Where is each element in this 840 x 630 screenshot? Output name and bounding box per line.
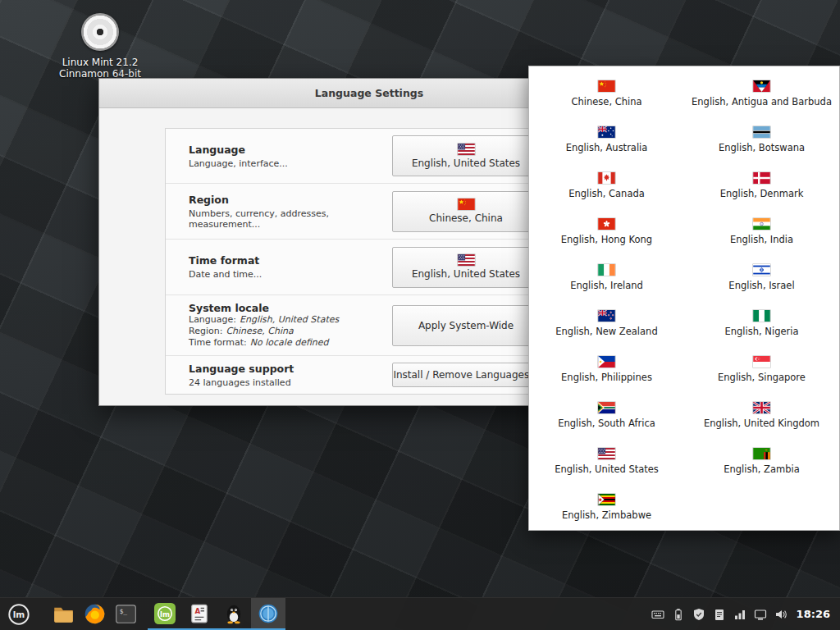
language-option-english-denmark[interactable]: English, Denmark [684,162,839,208]
language-option-english-israel[interactable]: English, Israel [684,254,839,300]
language-option-chinese-china[interactable]: Chinese, China [529,71,684,116]
language-option-label: English, Australia [566,142,648,153]
button-label: Apply System-Wide [418,320,514,331]
language-option-english-zimbabwe[interactable]: English, Zimbabwe [529,484,684,530]
files-launcher[interactable] [48,598,79,630]
language-option-english-philippines[interactable]: English, Philippines [529,346,684,392]
network-icon[interactable] [733,608,746,621]
flag-gb-icon [753,402,770,413]
clipboard-icon[interactable] [713,608,726,621]
desktop-background: Linux Mint 21.2 Cinnamon 64-bit Language… [0,0,840,630]
locale-detail-line: Language:English, United States [189,314,392,326]
row-title: Language support [189,363,392,375]
language-doc-window-button[interactable]: A [182,598,217,630]
flag-ag-icon [753,80,770,92]
flag-us-icon [598,448,615,459]
button-label: English, United States [412,158,520,169]
region-button[interactable]: Chinese, China [392,191,540,232]
button-label: English, United States [412,268,520,280]
language-option-english-united-kingdom[interactable]: English, United Kingdom [684,392,839,438]
settings-row-language: LanguageLanguage, interface...English, U… [166,129,551,184]
language-option-label: English, Antigua and Barbuda [692,96,832,107]
window-title: Language Settings [315,87,423,99]
svg-text:lm: lm [13,609,25,619]
terminal-icon: $_ [115,603,137,625]
desktop-icon-label-line1: Linux Mint 21.2 [51,57,149,68]
flag-ng-icon [753,310,770,322]
language-option-english-hong-kong[interactable]: English, Hong Kong [529,208,684,254]
language-option-english-botswana[interactable]: English, Botswana [684,116,839,162]
flag-zw-icon [598,494,615,505]
language-option-label: English, Denmark [720,188,804,199]
shield-icon[interactable] [692,608,705,621]
row-description: 24 languages installed [189,377,392,388]
language-option-english-singapore[interactable]: English, Singapore [684,346,839,392]
firefox-icon [84,603,106,625]
row-title: Language [189,144,392,156]
mint-menu-button[interactable]: lm [0,598,38,630]
row-text: Time formatDate and time... [189,254,392,280]
keyboard-icon[interactable] [651,608,664,621]
flag-il-icon [753,264,770,276]
flag-ph-icon [598,356,615,368]
flag-ie-icon [598,264,615,276]
folder-icon [52,603,75,625]
language-option-english-south-africa[interactable]: English, South Africa [529,392,684,438]
language-option-english-united-states[interactable]: English, United States [529,438,684,484]
row-title: Time format [189,254,392,267]
flag-in-icon [753,218,770,230]
row-text: System localeLanguage:English, United St… [189,302,392,349]
language-option-label: English, United Kingdom [704,418,819,429]
language-option-english-antigua-and-barbuda[interactable]: English, Antigua and Barbuda [684,71,839,116]
detail-value: Chinese, China [226,326,293,336]
flag-cn-icon [458,199,475,210]
tux-app-window-button[interactable] [217,598,251,630]
language-option-english-australia[interactable]: English, Australia [529,116,684,162]
system-locale-button[interactable]: Apply System-Wide [392,305,540,346]
locale-detail-line: Region:Chinese, China [189,326,392,337]
settings-row-language-support: Language support24 languages installedIn… [166,356,551,394]
detail-label: Time format: [189,337,247,348]
language-option-english-canada[interactable]: English, Canada [529,162,684,208]
language-option-label: English, Zambia [724,463,800,475]
settings-row-system-locale: System localeLanguage:English, United St… [166,295,551,356]
firefox-launcher[interactable] [79,598,110,630]
language-menu-grid: Chinese, ChinaEnglish, Antigua and Barbu… [529,66,839,530]
language-option-label: English, Israel [728,280,794,291]
flag-au-icon [598,126,615,138]
language-option-english-new-zealand[interactable]: English, New Zealand [529,300,684,346]
language-option-label: English, Ireland [570,280,643,291]
mint-install-window-button[interactable]: lm [148,598,182,630]
taskbar-clock[interactable]: 18:26 [797,598,830,630]
row-description: Language, interface... [189,158,392,169]
language-select-popup: Chinese, ChinaEnglish, Antigua and Barbu… [528,66,840,531]
language-option-label: English, Philippines [561,372,652,383]
software-app-window-button[interactable] [251,598,285,630]
time-format-button[interactable]: English, United States [392,247,540,288]
terminal-launcher[interactable]: $_ [110,598,141,630]
flag-cn-icon [598,80,615,92]
taskbar: lm $_ lmA 18:26 [0,597,840,630]
battery-icon[interactable] [672,608,685,621]
detail-value: English, United States [240,314,339,325]
language-option-english-ireland[interactable]: English, Ireland [529,254,684,300]
detail-label: Language: [189,314,236,325]
language-option-english-zambia[interactable]: English, Zambia [684,438,839,484]
flag-sg-icon [753,356,770,368]
svg-text:A: A [195,607,201,615]
language-support-button[interactable]: Install / Remove Languages... [392,363,540,387]
desktop-icon-linux-mint-iso[interactable]: Linux Mint 21.2 Cinnamon 64-bit [51,13,149,80]
language-button[interactable]: English, United States [392,135,540,176]
language-option-english-nigeria[interactable]: English, Nigeria [684,300,839,346]
row-title: Region [189,194,392,206]
settings-row-time-format: Time formatDate and time...English, Unit… [166,240,551,295]
disc-icon [81,13,119,51]
flag-bw-icon [753,126,770,138]
volume-icon[interactable] [774,608,788,621]
flag-za-icon [598,402,615,413]
flag-nz-icon [598,310,615,322]
language-option-label: English, Zimbabwe [562,509,651,521]
language-option-english-india[interactable]: English, India [684,208,839,254]
display-icon[interactable] [754,608,767,621]
taskbar-windows: lmA [148,598,285,630]
